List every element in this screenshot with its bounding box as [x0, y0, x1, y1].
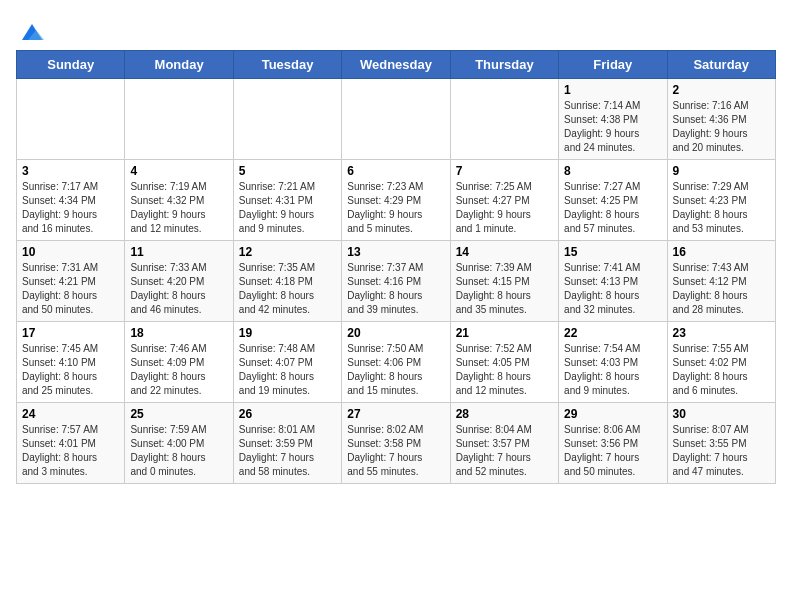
calendar-cell: 20Sunrise: 7:50 AM Sunset: 4:06 PM Dayli…: [342, 322, 450, 403]
day-number: 22: [564, 326, 661, 340]
weekday-header-monday: Monday: [125, 51, 233, 79]
day-info: Sunrise: 7:39 AM Sunset: 4:15 PM Dayligh…: [456, 261, 553, 317]
calendar-cell: [233, 79, 341, 160]
day-info: Sunrise: 7:19 AM Sunset: 4:32 PM Dayligh…: [130, 180, 227, 236]
calendar-cell: 10Sunrise: 7:31 AM Sunset: 4:21 PM Dayli…: [17, 241, 125, 322]
weekday-header-saturday: Saturday: [667, 51, 775, 79]
day-number: 1: [564, 83, 661, 97]
calendar-cell: 26Sunrise: 8:01 AM Sunset: 3:59 PM Dayli…: [233, 403, 341, 484]
day-info: Sunrise: 7:48 AM Sunset: 4:07 PM Dayligh…: [239, 342, 336, 398]
day-info: Sunrise: 7:50 AM Sunset: 4:06 PM Dayligh…: [347, 342, 444, 398]
day-info: Sunrise: 7:31 AM Sunset: 4:21 PM Dayligh…: [22, 261, 119, 317]
week-row-2: 3Sunrise: 7:17 AM Sunset: 4:34 PM Daylig…: [17, 160, 776, 241]
day-number: 12: [239, 245, 336, 259]
calendar-cell: 6Sunrise: 7:23 AM Sunset: 4:29 PM Daylig…: [342, 160, 450, 241]
day-info: Sunrise: 7:27 AM Sunset: 4:25 PM Dayligh…: [564, 180, 661, 236]
calendar-cell: 16Sunrise: 7:43 AM Sunset: 4:12 PM Dayli…: [667, 241, 775, 322]
day-number: 15: [564, 245, 661, 259]
calendar-cell: 13Sunrise: 7:37 AM Sunset: 4:16 PM Dayli…: [342, 241, 450, 322]
day-number: 3: [22, 164, 119, 178]
calendar-cell: 18Sunrise: 7:46 AM Sunset: 4:09 PM Dayli…: [125, 322, 233, 403]
calendar-cell: [450, 79, 558, 160]
day-number: 7: [456, 164, 553, 178]
calendar-cell: 27Sunrise: 8:02 AM Sunset: 3:58 PM Dayli…: [342, 403, 450, 484]
weekday-header-friday: Friday: [559, 51, 667, 79]
calendar-cell: 25Sunrise: 7:59 AM Sunset: 4:00 PM Dayli…: [125, 403, 233, 484]
day-number: 18: [130, 326, 227, 340]
day-info: Sunrise: 7:37 AM Sunset: 4:16 PM Dayligh…: [347, 261, 444, 317]
day-number: 2: [673, 83, 770, 97]
day-info: Sunrise: 7:16 AM Sunset: 4:36 PM Dayligh…: [673, 99, 770, 155]
calendar-table: SundayMondayTuesdayWednesdayThursdayFrid…: [16, 50, 776, 484]
day-info: Sunrise: 7:52 AM Sunset: 4:05 PM Dayligh…: [456, 342, 553, 398]
day-number: 17: [22, 326, 119, 340]
week-row-4: 17Sunrise: 7:45 AM Sunset: 4:10 PM Dayli…: [17, 322, 776, 403]
day-number: 30: [673, 407, 770, 421]
calendar-cell: 1Sunrise: 7:14 AM Sunset: 4:38 PM Daylig…: [559, 79, 667, 160]
calendar-cell: 4Sunrise: 7:19 AM Sunset: 4:32 PM Daylig…: [125, 160, 233, 241]
calendar-cell: 5Sunrise: 7:21 AM Sunset: 4:31 PM Daylig…: [233, 160, 341, 241]
day-number: 23: [673, 326, 770, 340]
day-number: 10: [22, 245, 119, 259]
day-number: 11: [130, 245, 227, 259]
calendar-cell: 9Sunrise: 7:29 AM Sunset: 4:23 PM Daylig…: [667, 160, 775, 241]
calendar-cell: [342, 79, 450, 160]
day-number: 26: [239, 407, 336, 421]
day-info: Sunrise: 7:17 AM Sunset: 4:34 PM Dayligh…: [22, 180, 119, 236]
day-info: Sunrise: 7:54 AM Sunset: 4:03 PM Dayligh…: [564, 342, 661, 398]
day-number: 8: [564, 164, 661, 178]
day-number: 9: [673, 164, 770, 178]
day-number: 16: [673, 245, 770, 259]
calendar-cell: 2Sunrise: 7:16 AM Sunset: 4:36 PM Daylig…: [667, 79, 775, 160]
day-number: 29: [564, 407, 661, 421]
day-info: Sunrise: 7:45 AM Sunset: 4:10 PM Dayligh…: [22, 342, 119, 398]
calendar-cell: [17, 79, 125, 160]
calendar-cell: 29Sunrise: 8:06 AM Sunset: 3:56 PM Dayli…: [559, 403, 667, 484]
weekday-header-wednesday: Wednesday: [342, 51, 450, 79]
day-info: Sunrise: 8:06 AM Sunset: 3:56 PM Dayligh…: [564, 423, 661, 479]
logo: [16, 20, 46, 42]
day-info: Sunrise: 7:59 AM Sunset: 4:00 PM Dayligh…: [130, 423, 227, 479]
day-info: Sunrise: 7:21 AM Sunset: 4:31 PM Dayligh…: [239, 180, 336, 236]
calendar-cell: 28Sunrise: 8:04 AM Sunset: 3:57 PM Dayli…: [450, 403, 558, 484]
calendar-cell: 7Sunrise: 7:25 AM Sunset: 4:27 PM Daylig…: [450, 160, 558, 241]
day-info: Sunrise: 8:07 AM Sunset: 3:55 PM Dayligh…: [673, 423, 770, 479]
calendar-cell: 8Sunrise: 7:27 AM Sunset: 4:25 PM Daylig…: [559, 160, 667, 241]
day-number: 5: [239, 164, 336, 178]
calendar-cell: [125, 79, 233, 160]
day-number: 19: [239, 326, 336, 340]
calendar-cell: 3Sunrise: 7:17 AM Sunset: 4:34 PM Daylig…: [17, 160, 125, 241]
week-row-1: 1Sunrise: 7:14 AM Sunset: 4:38 PM Daylig…: [17, 79, 776, 160]
weekday-header-tuesday: Tuesday: [233, 51, 341, 79]
day-info: Sunrise: 7:35 AM Sunset: 4:18 PM Dayligh…: [239, 261, 336, 317]
day-info: Sunrise: 8:01 AM Sunset: 3:59 PM Dayligh…: [239, 423, 336, 479]
day-number: 14: [456, 245, 553, 259]
calendar-cell: 23Sunrise: 7:55 AM Sunset: 4:02 PM Dayli…: [667, 322, 775, 403]
calendar-cell: 19Sunrise: 7:48 AM Sunset: 4:07 PM Dayli…: [233, 322, 341, 403]
day-info: Sunrise: 8:04 AM Sunset: 3:57 PM Dayligh…: [456, 423, 553, 479]
calendar-cell: 12Sunrise: 7:35 AM Sunset: 4:18 PM Dayli…: [233, 241, 341, 322]
calendar-cell: 17Sunrise: 7:45 AM Sunset: 4:10 PM Dayli…: [17, 322, 125, 403]
week-row-5: 24Sunrise: 7:57 AM Sunset: 4:01 PM Dayli…: [17, 403, 776, 484]
calendar-cell: 21Sunrise: 7:52 AM Sunset: 4:05 PM Dayli…: [450, 322, 558, 403]
weekday-header-thursday: Thursday: [450, 51, 558, 79]
day-info: Sunrise: 8:02 AM Sunset: 3:58 PM Dayligh…: [347, 423, 444, 479]
logo-icon: [18, 20, 46, 48]
day-info: Sunrise: 7:41 AM Sunset: 4:13 PM Dayligh…: [564, 261, 661, 317]
calendar-cell: 24Sunrise: 7:57 AM Sunset: 4:01 PM Dayli…: [17, 403, 125, 484]
day-number: 4: [130, 164, 227, 178]
day-info: Sunrise: 7:23 AM Sunset: 4:29 PM Dayligh…: [347, 180, 444, 236]
day-info: Sunrise: 7:14 AM Sunset: 4:38 PM Dayligh…: [564, 99, 661, 155]
day-info: Sunrise: 7:55 AM Sunset: 4:02 PM Dayligh…: [673, 342, 770, 398]
weekday-header-row: SundayMondayTuesdayWednesdayThursdayFrid…: [17, 51, 776, 79]
page-header: [16, 16, 776, 42]
calendar-cell: 15Sunrise: 7:41 AM Sunset: 4:13 PM Dayli…: [559, 241, 667, 322]
day-info: Sunrise: 7:29 AM Sunset: 4:23 PM Dayligh…: [673, 180, 770, 236]
day-number: 27: [347, 407, 444, 421]
day-number: 13: [347, 245, 444, 259]
day-info: Sunrise: 7:33 AM Sunset: 4:20 PM Dayligh…: [130, 261, 227, 317]
day-info: Sunrise: 7:43 AM Sunset: 4:12 PM Dayligh…: [673, 261, 770, 317]
day-info: Sunrise: 7:57 AM Sunset: 4:01 PM Dayligh…: [22, 423, 119, 479]
day-number: 20: [347, 326, 444, 340]
day-number: 6: [347, 164, 444, 178]
